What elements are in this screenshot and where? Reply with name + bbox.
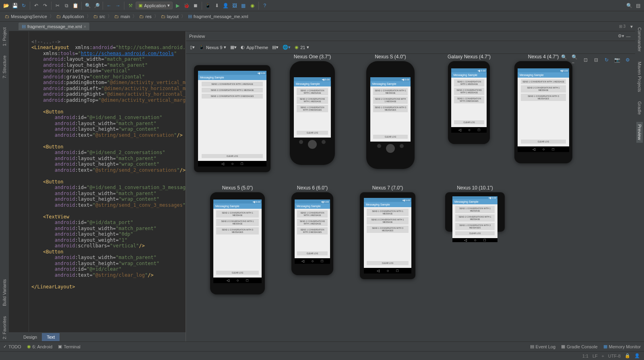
- folder-icon: 🗀: [114, 14, 119, 19]
- monitor-icon[interactable]: 👤: [222, 2, 229, 9]
- crumb-res[interactable]: 🗀res: [138, 13, 153, 20]
- device-preview[interactable]: Galaxy Nexus (4.7")▾▮ 5:00Messaging Samp…: [448, 54, 491, 144]
- crumb-module[interactable]: 🗀Application: [55, 13, 86, 20]
- avd-icon[interactable]: 📱: [204, 2, 212, 9]
- minimize-icon[interactable]: —: [625, 33, 632, 40]
- sdk-icon[interactable]: ⬇: [213, 2, 221, 9]
- folder-icon: 🗀: [139, 14, 144, 19]
- folder-icon: 🗀: [5, 14, 9, 19]
- camera-icon[interactable]: 📷: [613, 56, 621, 64]
- device-preview[interactable]: Nexus 7 (7.0")▾▮ 5:00Messaging SampleSEN…: [360, 185, 415, 279]
- zoom-fit-icon[interactable]: ⊡: [582, 56, 589, 64]
- tool-commander[interactable]: Commander: [636, 25, 643, 54]
- paste-icon[interactable]: 📋: [72, 2, 79, 9]
- back-icon[interactable]: ←: [105, 2, 113, 9]
- crumb-layout[interactable]: 🗀layout: [159, 13, 180, 20]
- layout-icon[interactable]: ▦: [240, 2, 247, 9]
- search-icon[interactable]: 🔍: [625, 2, 633, 9]
- crumb-main[interactable]: 🗀main: [113, 13, 132, 20]
- run-config-selector[interactable]: ▣ Application ▾: [136, 2, 173, 9]
- encoding[interactable]: UTF-8: [608, 354, 621, 358]
- tool-project[interactable]: 1: Project: [1, 25, 8, 48]
- save-icon[interactable]: 💾: [11, 2, 19, 9]
- chevron-down-icon: ▾: [167, 3, 170, 8]
- device-preview[interactable]: ▾▮ 5:00Messaging SampleSEND 1 CONVERSATI…: [194, 58, 270, 172]
- status-bar: 1:1 LF ÷ UTF-8 🔒 👤: [0, 351, 644, 360]
- settings-icon[interactable]: ⚙: [624, 56, 631, 64]
- device-preview[interactable]: Nexus 10 (10.1")▾▮ 5:00Messaging SampleS…: [445, 185, 505, 232]
- locale-selector[interactable]: 🌐▾: [283, 45, 291, 50]
- api-selector[interactable]: ◉21▾: [295, 45, 309, 50]
- crumb-project[interactable]: 🗀MessagingService: [3, 13, 49, 20]
- crumb-file[interactable]: ▤fragment_message_me.xml: [186, 13, 250, 20]
- config-selector[interactable]: ▦▾: [230, 45, 237, 50]
- lock-icon[interactable]: 🔒: [625, 353, 630, 358]
- inspector-icon[interactable]: 👤: [634, 353, 640, 358]
- device-label: Nexus S (4.0"): [366, 54, 415, 60]
- android-icon: ▣: [138, 3, 142, 8]
- crumb-src[interactable]: 🗀src: [92, 13, 107, 20]
- right-tool-bar: Commander Maven Projects Gradle Preview: [635, 22, 644, 341]
- tool-gradle-console[interactable]: ▦ Gradle Console: [561, 344, 597, 349]
- tool-favorites[interactable]: 2: Favorites: [1, 314, 8, 341]
- tool-terminal[interactable]: ▣ Terminal: [58, 344, 80, 349]
- replace-icon[interactable]: 🔎: [93, 2, 100, 9]
- close-tab-icon[interactable]: ×: [84, 24, 86, 29]
- xml-file-icon: ▤: [188, 14, 192, 19]
- tab-text[interactable]: Text: [42, 333, 60, 341]
- gear-icon[interactable]: ⚙▾: [617, 33, 625, 40]
- tool-event-log[interactable]: ▤ Event Log: [530, 344, 556, 349]
- device-preview[interactable]: Nexus 4 (4.7")▾▮ 5:00Messaging SampleSEN…: [514, 54, 572, 163]
- refresh-icon[interactable]: ↻: [603, 56, 610, 64]
- open-icon[interactable]: 📂: [2, 2, 10, 9]
- line-ending[interactable]: LF: [592, 354, 598, 358]
- file-tab-active[interactable]: ▤ fragment_message_me.xml ×: [19, 23, 89, 30]
- device-orientation-selector[interactable]: ▯▾: [190, 45, 195, 50]
- copy-icon[interactable]: ⧉: [63, 2, 70, 9]
- tool-gradle[interactable]: Gradle: [636, 99, 643, 117]
- build-icon[interactable]: ⚒: [127, 2, 134, 9]
- help-icon[interactable]: ?: [261, 2, 268, 9]
- preview-title-bar: Preview ⚙▾ —: [186, 31, 635, 41]
- tool-preview[interactable]: Preview: [636, 122, 643, 142]
- editor-pane: <!--...--> <LinearLayout xmlns:android="…: [9, 31, 186, 341]
- device-label: Nexus One (3.7"): [290, 54, 335, 60]
- tool-memory[interactable]: ▦ Memory Monitor: [603, 344, 641, 349]
- theme-selector[interactable]: ◐ AppTheme: [241, 45, 268, 50]
- tool-build-variants[interactable]: Build Variants: [1, 277, 8, 309]
- tool-todo[interactable]: ✓ TODO: [3, 344, 21, 349]
- file-tab-label: fragment_message_me.xml: [27, 24, 82, 29]
- redo-icon[interactable]: ↷: [41, 2, 49, 9]
- tab-design[interactable]: Design: [19, 333, 42, 341]
- android-head-icon[interactable]: ◉: [249, 2, 256, 9]
- run-icon[interactable]: ▶: [174, 2, 182, 9]
- device-preview[interactable]: Nexus One (3.7")▾▮ 5:00Messaging SampleS…: [290, 54, 335, 165]
- preview-pane: Preview ⚙▾ — ▯▾ 📱 Nexus 9 ▾ ▦▾ ◐ AppThem…: [186, 31, 635, 341]
- activity-selector[interactable]: ▤▾: [272, 45, 279, 50]
- preview-canvas[interactable]: 🔍+ 🔍− ⊡ ⊟ ↻ 📷 ⚙ ▾▮ 5:00Messaging SampleS…: [186, 54, 635, 341]
- tool-android[interactable]: ◉ 6: Android: [27, 344, 53, 349]
- preview-toolbar: ▯▾ 📱 Nexus 9 ▾ ▦▾ ◐ AppTheme ▤▾ 🌐▾ ◉21▾: [186, 41, 635, 54]
- device-preview[interactable]: Nexus 6 (6.0")▾▮ 5:00Messaging SampleSEN…: [291, 185, 333, 275]
- tab-dropdown-icon[interactable]: ▾: [628, 23, 635, 30]
- tool-maven[interactable]: Maven Projects: [636, 59, 643, 95]
- screenshot-icon[interactable]: 🖼: [231, 2, 238, 9]
- forward-icon[interactable]: →: [114, 2, 122, 9]
- user-icon[interactable]: ▤: [634, 2, 642, 9]
- debug-icon[interactable]: 🐞: [183, 2, 190, 9]
- design-text-tabs: Design Text: [9, 332, 186, 341]
- device-selector[interactable]: 📱 Nexus 9 ▾: [199, 45, 226, 50]
- main-toolbar: 📂 💾 ↻ ↶ ↷ ✂ ⧉ 📋 🔍 🔎 ← → ⚒ ▣ Application …: [0, 0, 644, 11]
- device-preview[interactable]: Nexus S (4.0")▾▮ 5:00Messaging SampleSEN…: [366, 54, 415, 169]
- zoom-out-icon[interactable]: 🔍−: [572, 56, 579, 64]
- find-icon[interactable]: 🔍: [84, 2, 91, 9]
- device-preview[interactable]: Nexus 5 (5.0")▾▮ 5:00Messaging SampleSEN…: [210, 185, 265, 294]
- sync-icon[interactable]: ↻: [20, 2, 27, 9]
- undo-icon[interactable]: ↶: [33, 2, 40, 9]
- stop-icon[interactable]: ⏹: [192, 2, 199, 9]
- code-editor[interactable]: <!--...--> <LinearLayout xmlns:android="…: [9, 31, 186, 332]
- folder-icon: 🗀: [93, 14, 98, 19]
- zoom-actual-icon[interactable]: ⊟: [592, 56, 600, 64]
- cut-icon[interactable]: ✂: [54, 2, 61, 9]
- tool-structure[interactable]: 7: Structure: [1, 53, 8, 81]
